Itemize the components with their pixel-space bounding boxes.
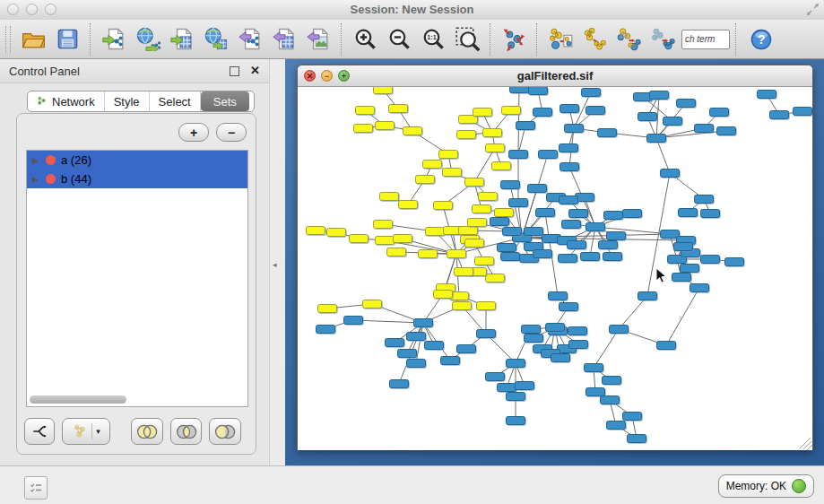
graph-node-blue[interactable] [507, 393, 525, 401]
graph-node-yellow[interactable] [434, 291, 453, 299]
float-panel-icon[interactable] [230, 66, 239, 76]
graph-node-blue[interactable] [507, 360, 525, 368]
graph-node-blue[interactable] [568, 327, 587, 335]
graph-node-blue[interactable] [607, 232, 626, 240]
graph-node-blue[interactable] [586, 223, 605, 231]
toolbar-button-import-network-file[interactable] [97, 22, 131, 56]
graph-node-blue[interactable] [539, 151, 558, 159]
graph-node-blue[interactable] [533, 250, 552, 258]
graph-node-blue[interactable] [604, 212, 623, 220]
graph-node-blue[interactable] [509, 199, 528, 207]
graph-node-yellow[interactable] [492, 162, 511, 170]
toolbar-button-export-table[interactable] [267, 22, 301, 56]
graph-node-blue[interactable] [585, 364, 603, 372]
tab-style[interactable]: Style [105, 91, 150, 111]
graph-node-yellow[interactable] [376, 237, 395, 245]
graph-node-blue[interactable] [603, 253, 622, 261]
tab-select[interactable]: Select [150, 91, 201, 111]
toolbar-button-import-table-web[interactable] [199, 22, 233, 56]
graph-node-yellow[interactable] [307, 227, 325, 235]
graph-node-blue[interactable] [569, 341, 588, 349]
graph-node-yellow[interactable] [416, 176, 435, 184]
graph-node-blue[interactable] [599, 241, 618, 249]
graph-node-yellow[interactable] [374, 87, 393, 94]
toolbar-button-zoom-in[interactable] [348, 22, 382, 56]
minimize-view-icon[interactable]: − [321, 70, 333, 82]
graph-node-blue[interactable] [623, 413, 642, 421]
graph-node-yellow[interactable] [350, 235, 369, 243]
graph-node-blue[interactable] [701, 210, 720, 218]
graph-node-blue[interactable] [598, 129, 617, 137]
maximize-view-icon[interactable]: + [338, 70, 350, 82]
graph-node-yellow[interactable] [434, 202, 453, 210]
graph-edge[interactable] [666, 288, 699, 345]
toolbar-button-export-network[interactable] [233, 22, 267, 56]
graph-node-yellow[interactable] [327, 229, 346, 237]
toolbar-button-network-merge-union[interactable] [577, 22, 611, 56]
graph-node-blue[interactable] [317, 326, 335, 334]
toolbar-button-network-merge-difference[interactable] [646, 22, 680, 56]
graph-node-blue[interactable] [672, 274, 691, 282]
graph-node-blue[interactable] [603, 377, 621, 385]
create-set-menu-button[interactable]: ▾ [62, 418, 110, 445]
graph-node-blue[interactable] [758, 91, 776, 99]
graph-node-yellow[interactable] [394, 235, 412, 243]
graph-node-blue[interactable] [610, 326, 629, 334]
toolbar-button-export-image[interactable] [301, 22, 335, 56]
help-button[interactable]: ? [750, 28, 773, 51]
panel-splitter[interactable]: ◂ [269, 59, 285, 465]
graph-node-yellow[interactable] [486, 144, 505, 152]
graph-node-yellow[interactable] [455, 268, 473, 276]
network-graph[interactable] [298, 87, 812, 450]
graph-node-blue[interactable] [638, 292, 657, 300]
remove-set-button[interactable]: − [216, 123, 247, 142]
network-view-window[interactable]: ✕ − + galFiltered.sif [297, 65, 813, 450]
set-list-item[interactable]: ▶b (44) [27, 169, 247, 188]
graph-node-blue[interactable] [679, 209, 698, 217]
graph-node-blue[interactable] [647, 135, 666, 143]
graph-node-yellow[interactable] [459, 227, 478, 235]
graph-node-blue[interactable] [525, 228, 543, 236]
graph-node-blue[interactable] [551, 354, 570, 362]
tab-sets[interactable]: Sets [201, 91, 249, 111]
graph-node-blue[interactable] [559, 144, 578, 152]
graph-edge[interactable] [656, 138, 670, 173]
graph-node-blue[interactable] [486, 373, 505, 381]
graph-node-yellow[interactable] [477, 302, 496, 310]
graph-node-yellow[interactable] [486, 274, 505, 282]
toolbar-button-zoom-fit[interactable] [450, 22, 484, 56]
graph-node-yellow[interactable] [483, 129, 502, 137]
graph-node-blue[interactable] [601, 396, 620, 404]
graph-node-blue[interactable] [509, 151, 528, 159]
task-monitor-button[interactable] [24, 476, 48, 500]
graph-node-yellow[interactable] [453, 302, 472, 310]
graph-node-yellow[interactable] [475, 257, 494, 265]
toolbar-button-network-merge-copy[interactable] [543, 22, 577, 56]
graph-node-blue[interactable] [344, 317, 363, 325]
graph-node-yellow[interactable] [457, 131, 476, 139]
graph-node-yellow[interactable] [465, 239, 484, 248]
graph-node-blue[interactable] [533, 109, 552, 117]
toolbar-button-import-network-web[interactable] [131, 22, 165, 56]
graph-node-blue[interactable] [501, 253, 520, 261]
graph-node-blue[interactable] [657, 342, 676, 350]
graph-node-blue[interactable] [528, 185, 547, 193]
graph-node-yellow[interactable] [502, 107, 521, 115]
toolbar-button-open-session[interactable] [16, 22, 50, 56]
toolbar-button-network-merge-intersection[interactable] [611, 22, 646, 56]
graph-node-yellow[interactable] [439, 151, 458, 159]
graph-node-blue[interactable] [568, 241, 586, 249]
graph-node-blue[interactable] [516, 382, 534, 390]
graph-node-blue[interactable] [650, 91, 669, 100]
graph-node-blue[interactable] [674, 243, 693, 251]
disclosure-triangle-icon[interactable]: ▶ [32, 175, 46, 184]
memory-status-button[interactable]: Memory: OK [718, 474, 814, 498]
graph-edge[interactable] [656, 131, 726, 138]
graph-node-yellow[interactable] [387, 248, 406, 256]
graph-node-yellow[interactable] [376, 122, 395, 130]
graph-node-yellow[interactable] [356, 107, 375, 115]
graph-edge[interactable] [594, 329, 619, 368]
graph-node-yellow[interactable] [354, 125, 373, 133]
graph-node-blue[interactable] [398, 350, 417, 358]
resize-grip-icon[interactable] [800, 438, 812, 450]
